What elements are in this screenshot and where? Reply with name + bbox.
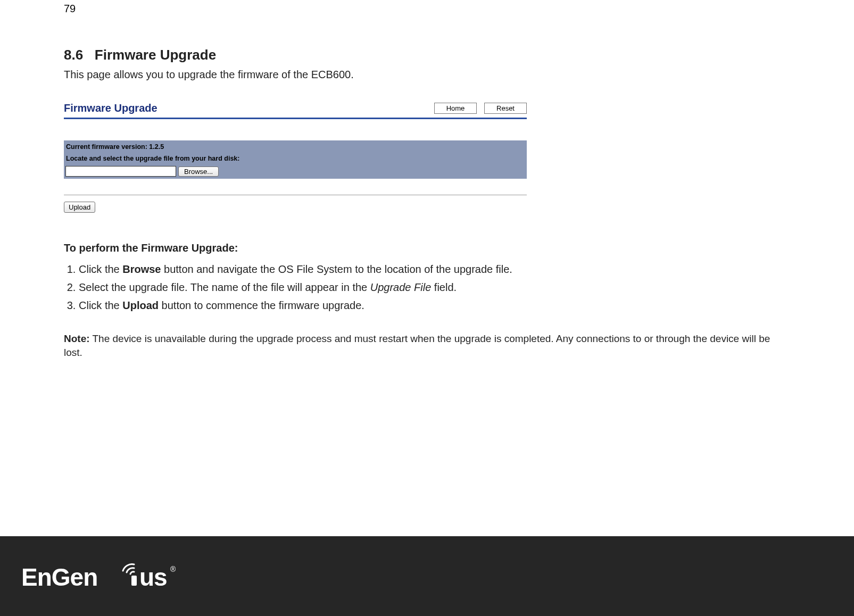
step-3-part-a: Click the: [79, 299, 122, 311]
browse-button[interactable]: Browse...: [178, 167, 219, 177]
panel-header-buttons: Home Reset: [434, 103, 527, 114]
step-2-part-a: Select the upgrade file. The name of the…: [79, 281, 370, 293]
current-version-row: Current firmware version: 1.2.5: [64, 140, 527, 153]
engenius-logo: EnGen us ®: [21, 560, 176, 592]
svg-text:®: ®: [170, 565, 176, 573]
step-1-part-a: Click the: [79, 263, 122, 275]
file-input-row: Browse...: [64, 164, 527, 179]
step-3: Click the Upload button to commence the …: [79, 298, 790, 313]
instructions-heading: To perform the Firmware Upgrade:: [64, 242, 790, 254]
section-title: Firmware Upgrade: [95, 47, 216, 63]
section-number: 8.6: [64, 47, 83, 63]
panel-header: Firmware Upgrade Home Reset: [64, 102, 527, 119]
instruction-list: Click the Browse button and navigate the…: [64, 262, 790, 313]
svg-text:us: us: [139, 563, 167, 591]
upload-button[interactable]: Upload: [64, 202, 95, 213]
firmware-panel: Firmware Upgrade Home Reset Current firm…: [64, 102, 527, 213]
page-footer: EnGen us ®: [0, 536, 854, 616]
note-label: Note:: [64, 333, 90, 344]
intro-text: This page allows you to upgrade the firm…: [64, 69, 790, 81]
note-text: Note: The device is unavailable during t…: [64, 332, 790, 359]
home-button[interactable]: Home: [434, 103, 477, 114]
note-body: The device is unavailable during the upg…: [64, 333, 770, 358]
step-3-part-c: button to commence the firmware upgrade.: [159, 299, 364, 311]
step-2-part-c: field.: [431, 281, 457, 293]
svg-rect-2: [131, 576, 137, 586]
panel-title: Firmware Upgrade: [64, 102, 157, 114]
step-3-bold: Upload: [122, 299, 159, 311]
divider: [64, 195, 527, 195]
svg-text:EnGen: EnGen: [21, 563, 97, 591]
step-2: Select the upgrade file. The name of the…: [79, 280, 790, 295]
section-heading: 8.6 Firmware Upgrade: [64, 47, 790, 63]
upgrade-file-input[interactable]: [65, 166, 176, 177]
step-1-part-c: button and navigate the OS File System t…: [161, 263, 512, 275]
reset-button[interactable]: Reset: [484, 103, 527, 114]
page-number: 79: [64, 3, 790, 15]
locate-instruction-row: Locate and select the upgrade file from …: [64, 153, 527, 164]
step-1: Click the Browse button and navigate the…: [79, 262, 790, 277]
step-1-bold: Browse: [122, 263, 161, 275]
step-2-italic: Upgrade File: [370, 281, 432, 293]
